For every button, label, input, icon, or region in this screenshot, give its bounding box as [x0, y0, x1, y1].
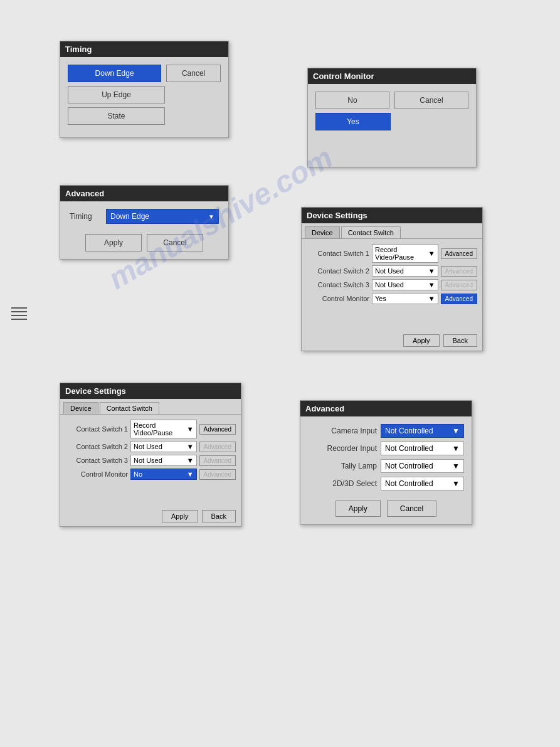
device-settings-bottom-dialog: Device Settings Device Contact Switch Co…: [60, 383, 241, 527]
cs1-arrow-top-icon: ▼: [428, 250, 435, 257]
cs1-value-top: Record Video/Pause: [375, 246, 428, 261]
cs3-arrow-bottom-icon: ▼: [187, 457, 194, 464]
down-edge-button[interactable]: Down Edge: [68, 65, 161, 82]
timing-select-value: Down Edge: [110, 212, 149, 221]
cs3-value-top: Not Used: [375, 281, 404, 289]
cm-label-top: Control Monitor: [307, 295, 369, 302]
cm-value-top: Yes: [375, 295, 386, 302]
cs3-advanced-bottom-button[interactable]: Advanced: [199, 455, 236, 466]
cs3-label-bottom: Contact Switch 3: [65, 457, 128, 464]
camera-input-label: Camera Input: [308, 426, 377, 435]
page-container: manualshive.com Timing Down Edge Cancel …: [0, 0, 560, 747]
timing-select-arrow-icon: ▼: [208, 213, 214, 220]
state-button[interactable]: State: [68, 107, 165, 125]
margin-line-2: [11, 311, 27, 312]
cs1-advanced-bottom-button[interactable]: Advanced: [199, 424, 236, 435]
ds-top-apply-button[interactable]: Apply: [403, 334, 440, 347]
control-monitor-no-button[interactable]: No: [315, 92, 389, 109]
2d3d-select[interactable]: Not Controlled ▼: [381, 477, 464, 490]
cs1-label-top: Contact Switch 1: [307, 250, 369, 257]
cs3-value-bottom: Not Used: [134, 457, 162, 464]
device-settings-top-title: Device Settings: [302, 208, 482, 223]
timing-cancel-button[interactable]: Cancel: [166, 65, 221, 82]
tally-lamp-select[interactable]: Not Controlled ▼: [381, 459, 464, 473]
tally-lamp-value: Not Controlled: [385, 462, 433, 470]
recorder-input-value: Not Controlled: [385, 444, 433, 453]
margin-line-3: [11, 315, 27, 316]
device-tab-bottom[interactable]: Device: [63, 402, 98, 414]
cm-advanced-bottom-button[interactable]: Advanced: [199, 469, 236, 480]
cm-advanced-top-button[interactable]: Advanced: [441, 294, 477, 304]
cs2-value-top: Not Used: [375, 267, 404, 275]
advanced-bottom-cancel-button[interactable]: Cancel: [387, 501, 436, 517]
cs2-arrow-top-icon: ▼: [428, 267, 435, 275]
camera-input-value: Not Controlled: [385, 426, 433, 435]
cs2-value-bottom: Not Used: [134, 443, 162, 450]
recorder-input-arrow-icon: ▼: [452, 444, 460, 453]
cm-select-bottom[interactable]: No ▼: [130, 469, 197, 480]
ds-bottom-apply-button[interactable]: Apply: [162, 510, 198, 522]
cs1-select-bottom[interactable]: Record Video/Pause ▼: [130, 420, 197, 438]
cm-arrow-bottom-icon: ▼: [187, 470, 194, 478]
recorder-input-select[interactable]: Not Controlled ▼: [381, 442, 464, 455]
up-edge-button[interactable]: Up Edge: [68, 86, 165, 103]
cs1-advanced-top-button[interactable]: Advanced: [441, 248, 477, 259]
cs1-value-bottom: Record Video/Pause: [134, 421, 187, 437]
advanced-bottom-title: Advanced: [300, 401, 472, 416]
ds-bottom-back-button[interactable]: Back: [202, 510, 236, 522]
device-tab-top[interactable]: Device: [305, 226, 340, 238]
2d3d-select-value: Not Controlled: [385, 479, 433, 488]
margin-line-4: [11, 319, 27, 320]
control-monitor-dialog: Control Monitor No Cancel Yes: [307, 68, 477, 167]
timing-dialog: Timing Down Edge Cancel Up Edge State: [60, 41, 229, 138]
cs3-label-top: Contact Switch 3: [307, 281, 369, 289]
recorder-input-label: Recorder Input: [308, 444, 377, 453]
cs3-select-bottom[interactable]: Not Used ▼: [130, 455, 197, 466]
timing-label: Timing: [70, 212, 101, 221]
advanced-top-cancel-button[interactable]: Cancel: [147, 234, 203, 252]
advanced-top-title: Advanced: [60, 186, 228, 201]
2d3d-select-label: 2D/3D Select: [308, 479, 377, 488]
tally-lamp-arrow-icon: ▼: [452, 462, 460, 470]
advanced-top-apply-button[interactable]: Apply: [85, 234, 142, 252]
margin-line-1: [11, 307, 27, 309]
cm-select-top[interactable]: Yes ▼: [372, 293, 438, 304]
cm-value-bottom: No: [134, 470, 142, 478]
cs2-arrow-bottom-icon: ▼: [187, 443, 194, 450]
device-settings-bottom-title: Device Settings: [60, 383, 241, 399]
ds-top-back-button[interactable]: Back: [443, 334, 477, 347]
2d3d-select-arrow-icon: ▼: [452, 479, 460, 488]
cs2-label-top: Contact Switch 2: [307, 267, 369, 275]
timing-dialog-title: Timing: [60, 41, 228, 57]
cs1-select-top[interactable]: Record Video/Pause ▼: [372, 244, 438, 263]
camera-input-select[interactable]: Not Controlled ▼: [381, 424, 464, 438]
advanced-dialog-bottom: Advanced Camera Input Not Controlled ▼ R…: [300, 400, 472, 525]
control-monitor-title: Control Monitor: [308, 68, 476, 84]
cs2-advanced-bottom-button[interactable]: Advanced: [199, 442, 236, 452]
tally-lamp-label: Tally Lamp: [308, 462, 377, 470]
contact-switch-tab-top[interactable]: Contact Switch: [341, 226, 401, 238]
device-settings-top-dialog: Device Settings Device Contact Switch Co…: [301, 207, 483, 351]
cm-label-bottom: Control Monitor: [65, 470, 128, 478]
advanced-bottom-apply-button[interactable]: Apply: [335, 501, 381, 517]
cs1-arrow-bottom-icon: ▼: [187, 425, 194, 433]
timing-select[interactable]: Down Edge ▼: [106, 209, 219, 224]
cs3-advanced-top-button[interactable]: Advanced: [441, 280, 477, 290]
cs3-select-top[interactable]: Not Used ▼: [372, 279, 438, 290]
cs2-select-top[interactable]: Not Used ▼: [372, 265, 438, 277]
cs3-arrow-top-icon: ▼: [428, 281, 435, 289]
cs1-label-bottom: Contact Switch 1: [65, 425, 128, 433]
cs2-label-bottom: Contact Switch 2: [65, 443, 128, 450]
contact-switch-tab-bottom[interactable]: Contact Switch: [100, 402, 159, 414]
cm-arrow-top-icon: ▼: [428, 295, 435, 302]
cs2-select-bottom[interactable]: Not Used ▼: [130, 441, 197, 452]
control-monitor-yes-button[interactable]: Yes: [315, 113, 391, 130]
control-monitor-cancel-button[interactable]: Cancel: [394, 92, 468, 109]
camera-input-arrow-icon: ▼: [452, 426, 460, 435]
cs2-advanced-top-button[interactable]: Advanced: [441, 266, 477, 277]
advanced-dialog-top: Advanced Timing Down Edge ▼ Apply Cancel: [60, 185, 229, 260]
margin-lines: [11, 307, 27, 320]
